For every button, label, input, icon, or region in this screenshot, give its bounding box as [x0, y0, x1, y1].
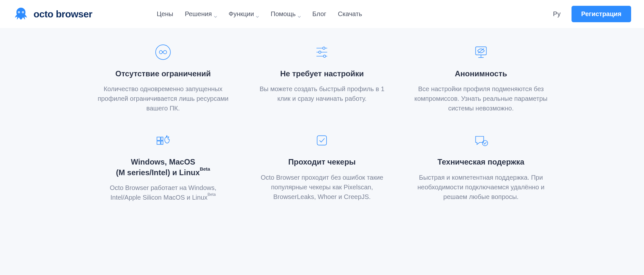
site-header: octo browser Цены Решения Функции Помощь… [0, 0, 644, 28]
svg-rect-19 [317, 136, 327, 145]
feature-anonymity: Анонимность Все настройки профиля подмен… [408, 44, 554, 113]
nav-item-help[interactable]: Помощь [271, 10, 301, 18]
svg-point-2 [18, 12, 19, 13]
svg-point-8 [323, 47, 325, 49]
svg-rect-16 [157, 141, 160, 144]
features-grid: Отсутствие ограничений Количество одновр… [71, 28, 573, 215]
svg-point-9 [319, 51, 321, 53]
feature-checkers: Проходит чекеры Octo Browser проходит бе… [249, 132, 395, 202]
nav-label: Скачать [338, 10, 362, 18]
chevron-down-icon [214, 13, 217, 16]
feature-no-limits: Отсутствие ограничений Количество одновр… [90, 44, 236, 113]
feature-support: Техническая подержка Быстрая и компетент… [408, 132, 554, 202]
feature-title: Отсутствие ограничений [115, 69, 211, 79]
nav-item-download[interactable]: Скачать [338, 10, 362, 18]
svg-rect-18 [161, 141, 163, 144]
nav-label: Цены [157, 10, 173, 18]
logo-text: octo browser [34, 9, 92, 20]
svg-line-14 [478, 49, 484, 53]
lang-label: Ру [553, 10, 561, 18]
feature-os-support: Windows, MacOS(M series/Intel) и LinuxBe… [90, 132, 236, 202]
svg-rect-15 [157, 137, 160, 140]
logo[interactable]: octo browser [13, 6, 92, 22]
main-nav: Цены Решения Функции Помощь Блог Скачать [157, 10, 362, 18]
feature-title: Техническая подержка [437, 157, 524, 167]
feature-title: Проходит чекеры [288, 157, 356, 167]
feature-desc: Быстрая и компетентная поддержка. При не… [413, 173, 549, 202]
logo-mark-icon [13, 6, 29, 22]
feature-desc: Вы можете создать быстрый профиль в 1 кл… [254, 84, 389, 103]
feature-no-setup: Не требует настройки Вы можете создать б… [249, 44, 395, 113]
feature-desc: Octo Browser проходит без ошибок такие п… [254, 173, 389, 202]
os-icon [155, 132, 171, 148]
feature-title: Windows, MacOS(M series/Intel) и LinuxBe… [116, 157, 210, 178]
anonymity-icon [473, 44, 489, 60]
header-right: Ру Регистрация [553, 6, 631, 22]
svg-point-3 [23, 12, 24, 13]
language-selector[interactable]: Ру [553, 10, 562, 18]
nav-item-solutions[interactable]: Решения [185, 10, 217, 18]
sliders-icon [314, 44, 330, 60]
nav-label: Решения [185, 10, 212, 18]
svg-rect-17 [161, 137, 163, 140]
nav-label: Функции [229, 10, 254, 18]
chevron-down-icon [298, 13, 301, 16]
nav-label: Помощь [271, 10, 295, 18]
nav-item-blog[interactable]: Блог [312, 10, 326, 18]
feature-desc: Все настройки профиля подменяются без ко… [413, 84, 549, 113]
feature-desc: Octo Browser работает на Windows, Intel/… [95, 183, 231, 202]
register-button[interactable]: Регистрация [572, 6, 631, 22]
infinity-icon [155, 44, 171, 60]
feature-desc: Количество одновременно запущенных профи… [95, 84, 231, 113]
support-icon [473, 132, 489, 148]
nav-item-features[interactable]: Функции [229, 10, 259, 18]
svg-point-10 [323, 55, 326, 57]
chevron-down-icon [256, 13, 259, 16]
svg-point-20 [482, 140, 488, 146]
feature-title: Анонимность [455, 69, 507, 79]
nav-item-pricing[interactable]: Цены [157, 10, 173, 18]
feature-title: Не требует настройки [280, 69, 364, 79]
nav-label: Блог [312, 10, 326, 18]
check-icon [314, 132, 330, 148]
